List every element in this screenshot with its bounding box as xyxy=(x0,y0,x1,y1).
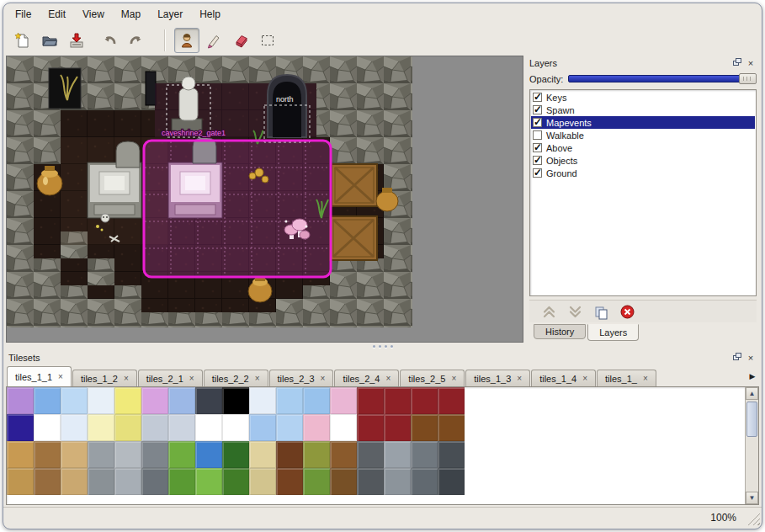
palette-tile[interactable] xyxy=(330,468,357,495)
palette-tile[interactable] xyxy=(7,468,34,495)
close-tab-icon[interactable]: × xyxy=(321,374,326,383)
close-tab-icon[interactable]: × xyxy=(386,374,391,383)
splitter-grip[interactable] xyxy=(373,345,393,348)
palette-tile[interactable] xyxy=(195,441,222,468)
close-tab-icon[interactable]: × xyxy=(643,374,648,383)
tileset-tab[interactable]: tiles_1_4× xyxy=(531,370,596,386)
palette-tile[interactable] xyxy=(411,441,438,468)
palette-tile[interactable] xyxy=(61,468,88,495)
tileset-tab[interactable]: tiles_2_3× xyxy=(269,370,334,386)
palette-tile[interactable] xyxy=(276,414,303,441)
palette-tile[interactable] xyxy=(141,441,168,468)
palette-tile[interactable] xyxy=(384,387,411,414)
palette-tile[interactable] xyxy=(61,441,88,468)
tileset-tab[interactable]: tiles_1_× xyxy=(597,370,656,386)
palette-tile[interactable] xyxy=(357,468,384,495)
menu-edit[interactable]: Edit xyxy=(48,8,66,20)
menu-map[interactable]: Map xyxy=(121,8,141,20)
palette-tile[interactable] xyxy=(88,414,114,441)
close-tab-icon[interactable]: × xyxy=(582,374,587,383)
palette-tile[interactable] xyxy=(411,468,438,495)
close-tab-icon[interactable]: × xyxy=(451,374,456,383)
close-tab-icon[interactable]: × xyxy=(124,374,129,383)
palette-tile[interactable] xyxy=(303,414,330,441)
palette-tile[interactable] xyxy=(384,414,411,441)
palette-tile[interactable] xyxy=(330,441,357,468)
layer-checkbox[interactable] xyxy=(533,168,542,178)
palette-tile[interactable] xyxy=(168,414,195,441)
tileset-tab[interactable]: tiles_2_1× xyxy=(138,370,203,386)
palette-tile[interactable] xyxy=(411,387,438,414)
palette-tile[interactable] xyxy=(276,468,303,495)
new-button[interactable] xyxy=(10,28,35,53)
palette-tile[interactable] xyxy=(114,414,141,441)
palette-tile[interactable] xyxy=(438,414,465,441)
palette-tile[interactable] xyxy=(7,387,34,414)
palette-tile[interactable] xyxy=(384,468,411,495)
palette-tile[interactable] xyxy=(276,441,303,468)
palette-tile[interactable] xyxy=(7,414,34,441)
palette-tile[interactable] xyxy=(34,387,61,414)
palette-tile[interactable] xyxy=(141,414,168,441)
palette-tile[interactable] xyxy=(61,387,88,414)
palette-tile[interactable] xyxy=(303,441,330,468)
palette-tile[interactable] xyxy=(249,414,276,441)
layer-row-walkable[interactable]: Walkable xyxy=(531,129,755,141)
layer-row-keys[interactable]: Keys xyxy=(531,91,755,104)
menu-view[interactable]: View xyxy=(82,8,104,20)
opacity-slider-track[interactable] xyxy=(568,75,755,82)
menu-help[interactable]: Help xyxy=(199,8,220,20)
tab-scroll-right-icon[interactable]: ▶ xyxy=(746,370,758,382)
close-dock-icon[interactable]: × xyxy=(745,57,757,68)
delete-layer-icon[interactable] xyxy=(619,304,635,320)
palette-scrollbar[interactable]: ▲ ▼ xyxy=(745,387,758,504)
tileset-tab[interactable]: tiles_1_3× xyxy=(465,370,530,386)
layer-row-ground[interactable]: Ground xyxy=(531,167,755,179)
tileset-tab[interactable]: tiles_1_1× xyxy=(7,366,72,386)
layer-checkbox[interactable] xyxy=(533,93,542,102)
palette-tile[interactable] xyxy=(61,414,88,441)
layer-checkbox[interactable] xyxy=(533,143,542,152)
tileset-tab[interactable]: tiles_2_4× xyxy=(334,370,399,386)
float-dock-icon[interactable] xyxy=(730,352,742,363)
scrollbar-thumb[interactable] xyxy=(746,402,757,437)
palette-tile[interactable] xyxy=(249,441,276,468)
palette-tile[interactable] xyxy=(411,414,438,441)
map-view[interactable]: caveshrine2_gate1 north xyxy=(7,56,412,327)
palette-tile[interactable] xyxy=(141,468,168,495)
tileset-tab[interactable]: tiles_2_5× xyxy=(400,370,465,386)
layer-checkbox[interactable] xyxy=(533,156,542,165)
duplicate-layer-icon[interactable] xyxy=(593,304,609,320)
close-tab-icon[interactable]: × xyxy=(517,374,522,383)
resize-grip[interactable] xyxy=(747,513,760,525)
palette-tile[interactable] xyxy=(222,441,249,468)
palette-tile[interactable] xyxy=(34,441,61,468)
scroll-up-icon[interactable]: ▲ xyxy=(746,387,758,400)
palette-tile[interactable] xyxy=(330,387,357,414)
scroll-down-icon[interactable]: ▼ xyxy=(746,492,758,504)
palette-tile[interactable] xyxy=(222,387,249,414)
palette-tile[interactable] xyxy=(330,414,357,441)
palette-tile[interactable] xyxy=(168,441,195,468)
palette-tile[interactable] xyxy=(34,468,61,495)
palette-tile[interactable] xyxy=(7,441,34,468)
eraser-tool-button[interactable] xyxy=(228,28,253,53)
raise-layer-icon[interactable] xyxy=(541,304,557,320)
palette-tile[interactable] xyxy=(141,387,168,414)
palette-tile[interactable] xyxy=(222,468,249,495)
open-button[interactable] xyxy=(37,28,62,53)
palette-tile[interactable] xyxy=(114,468,141,495)
close-dock-icon[interactable]: × xyxy=(745,352,757,363)
tileset-tab[interactable]: tiles_1_2× xyxy=(72,370,137,386)
map-canvas[interactable]: caveshrine2_gate1 north xyxy=(6,56,523,343)
palette-tile[interactable] xyxy=(249,387,276,414)
opacity-slider-handle[interactable] xyxy=(739,73,757,84)
palette-tile[interactable] xyxy=(88,441,114,468)
tab-history[interactable]: History xyxy=(534,324,586,339)
tile-grid[interactable] xyxy=(7,387,745,504)
horizontal-splitter[interactable] xyxy=(3,343,762,350)
layer-checkbox[interactable] xyxy=(533,118,542,127)
undo-button[interactable] xyxy=(97,28,122,53)
palette-tile[interactable] xyxy=(357,387,384,414)
brush-tool-button[interactable] xyxy=(201,28,226,53)
